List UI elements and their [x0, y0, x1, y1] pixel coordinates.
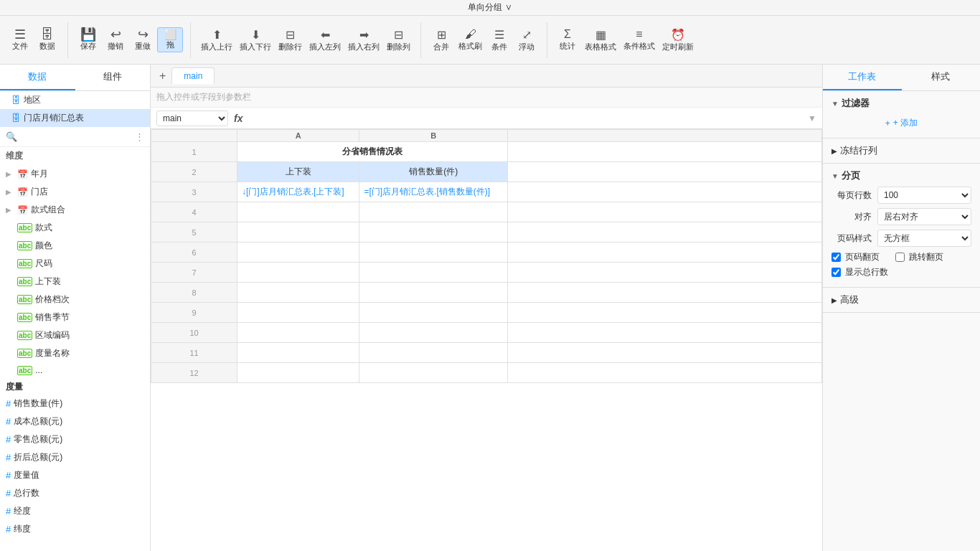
page-nav-checkbox[interactable]	[831, 253, 841, 262]
formula-cell-a3[interactable]: ↓[门]店月销汇总表.[上下装]	[237, 182, 359, 202]
spreadsheet-area[interactable]: A B 1 分省销售情况表	[151, 129, 822, 551]
dim-price-level[interactable]: ▶ abc 价格档次	[0, 291, 150, 309]
page-style-select[interactable]: 无方框	[877, 230, 971, 247]
cond-format-button[interactable]: ≡ 条件格式	[621, 27, 658, 53]
dim-area-code[interactable]: ▶ abc 区域编码	[0, 326, 150, 344]
float-button[interactable]: ⤢ 浮动	[514, 27, 540, 54]
expand-icon[interactable]: ⋮	[135, 131, 144, 142]
source-area[interactable]: 🗄 地区	[0, 91, 150, 109]
insert-up-icon: ⬆	[212, 28, 222, 42]
title-cell[interactable]: 分省销售情况表	[237, 142, 508, 162]
data-button[interactable]: 🗄 数据	[34, 27, 60, 53]
insert-left-button[interactable]: ⬅ 插入左列	[306, 27, 344, 54]
empty-cell-10b[interactable]	[359, 323, 508, 343]
empty-cell-12b[interactable]	[359, 363, 508, 383]
advanced-section-header[interactable]: ▶ 高级	[823, 288, 980, 313]
stats-button[interactable]: Σ 统计	[555, 27, 580, 53]
dim-color[interactable]: ▶ abc 颜色	[0, 237, 150, 255]
formula-input[interactable]	[248, 113, 802, 123]
empty-cell-6a[interactable]	[237, 242, 359, 263]
tab-components[interactable]: 组件	[75, 65, 151, 90]
empty-cell-11a[interactable]	[237, 343, 359, 363]
filter-section-header[interactable]: ▼ 过滤器	[831, 97, 971, 110]
save-button[interactable]: 💾 保存	[75, 27, 101, 53]
empty-cell-10a[interactable]	[237, 323, 359, 343]
header-cell-qty[interactable]: 销售数量(件)	[359, 162, 508, 182]
jump-page-checkbox[interactable]	[895, 253, 905, 262]
empty-cell-9b[interactable]	[359, 303, 508, 323]
dim-style[interactable]: ▶ abc 款式	[0, 219, 150, 237]
formula-dropdown-icon[interactable]: ▼	[808, 113, 816, 123]
formula-cell-b3[interactable]: =[门]店月销汇总表.[销售数量(件)]	[359, 182, 508, 202]
dim-year-month[interactable]: ▶ 📅 年月	[0, 165, 150, 183]
dim-style-combo[interactable]: ▶ 📅 款式组合	[0, 201, 150, 219]
tab-style[interactable]: 样式	[902, 65, 981, 90]
empty-cell-9a[interactable]	[237, 303, 359, 323]
pagination-section-header[interactable]: ▼ 分页	[831, 169, 971, 182]
dim-updown[interactable]: ▶ abc 上下装	[0, 273, 150, 291]
dim-measure-name[interactable]: ▶ abc 度量名称	[0, 344, 150, 362]
cell-ref-select[interactable]: main	[156, 110, 228, 126]
col-header-b[interactable]: B	[359, 130, 508, 142]
dim-store[interactable]: ▶ 📅 门店	[0, 183, 150, 201]
empty-cell-8b[interactable]	[359, 283, 508, 303]
add-filter-button[interactable]: + + 添加	[831, 114, 971, 132]
delete-col-button[interactable]: ⊟ 删除列	[384, 27, 413, 54]
dim-other[interactable]: ▶ abc ...	[0, 362, 150, 378]
show-total-checkbox[interactable]	[831, 268, 841, 277]
empty-cell-7b[interactable]	[359, 263, 508, 283]
tab-data[interactable]: 数据	[0, 65, 75, 90]
measure-latitude[interactable]: # 纬度	[0, 520, 150, 538]
search-icon[interactable]: 🔍	[6, 131, 17, 142]
empty-cell-8a[interactable]	[237, 283, 359, 303]
redo-button[interactable]: ↪ 重做	[130, 27, 156, 53]
empty-cell-12a[interactable]	[237, 363, 359, 383]
empty-cell-7a[interactable]	[237, 263, 359, 283]
measure-cost-total[interactable]: # 成本总额(元)	[0, 413, 150, 430]
measure-discount-total[interactable]: # 折后总额(元)	[0, 448, 150, 466]
empty-cell-4a[interactable]	[237, 202, 359, 222]
delete-row-icon: ⊟	[286, 28, 295, 42]
cell-format-button[interactable]: ▦ 表格格式	[582, 27, 619, 54]
measure-total-rows[interactable]: # 总行数	[0, 484, 150, 502]
sheet-tab-main[interactable]: main	[171, 67, 215, 84]
empty-cell-4b[interactable]	[359, 202, 508, 222]
freeze-section-header[interactable]: ▶ 冻结行列	[823, 138, 980, 164]
delete-row-button[interactable]: ⊟ 删除行	[275, 27, 305, 54]
pagination-section-title: 分页	[842, 169, 860, 182]
header-cell-updown[interactable]: 上下装	[237, 162, 359, 182]
table-row: 1 分省销售情况表	[151, 142, 822, 162]
file-button[interactable]: ☰ 文件	[7, 27, 33, 53]
measure-sales-qty[interactable]: # 销售数量(件)	[0, 395, 150, 413]
empty-cell-11b[interactable]	[359, 343, 508, 363]
show-total-label[interactable]: 显示总行数	[845, 266, 888, 278]
dim-store-label: 门店	[31, 186, 144, 198]
schedule-button[interactable]: ⏰ 定时刷新	[659, 27, 697, 54]
drag-button[interactable]: ⬜ 拖	[157, 27, 183, 52]
dim-sales-season[interactable]: ▶ abc 销售季节	[0, 309, 150, 326]
measure-longitude[interactable]: # 经度	[0, 502, 150, 520]
jump-page-label[interactable]: 跳转翻页	[909, 251, 943, 263]
insert-right-button[interactable]: ➡ 插入右列	[345, 27, 382, 54]
condition-label: 条件	[491, 42, 507, 52]
page-nav-label[interactable]: 页码翻页	[845, 251, 880, 263]
empty-cell-5b[interactable]	[359, 222, 508, 242]
dim-size[interactable]: ▶ abc 尺码	[0, 255, 150, 273]
condition-button[interactable]: ☰ 条件	[486, 27, 512, 54]
format-brush-button[interactable]: 🖌 格式刷	[456, 27, 485, 53]
empty-cell-5a[interactable]	[237, 222, 359, 242]
empty-cell-6b[interactable]	[359, 242, 508, 263]
col-header-empty[interactable]	[508, 130, 822, 142]
merge-button[interactable]: ⊞ 合并	[428, 27, 454, 54]
undo-button[interactable]: ↩ 撤销	[103, 27, 128, 53]
align-select[interactable]: 居右对齐	[877, 208, 971, 225]
insert-up-button[interactable]: ⬆ 插入上行	[198, 27, 235, 54]
col-header-a[interactable]: A	[237, 130, 359, 142]
measure-retail-total[interactable]: # 零售总额(元)	[0, 430, 150, 448]
rows-per-page-select[interactable]: 100	[877, 187, 971, 204]
add-sheet-button[interactable]: +	[156, 68, 169, 84]
source-store-monthly[interactable]: 🗄 门店月销汇总表	[0, 109, 150, 127]
measure-measure-val[interactable]: # 度量值	[0, 466, 150, 484]
tab-worksheet[interactable]: 工作表	[823, 65, 902, 90]
insert-down-button[interactable]: ⬇ 插入下行	[237, 27, 274, 54]
